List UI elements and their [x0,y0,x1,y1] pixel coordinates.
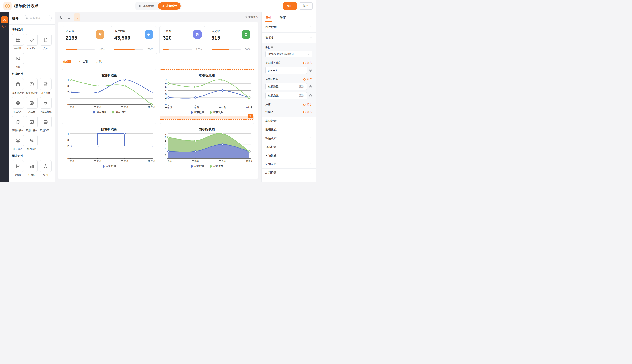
stat-progress: 40% [66,48,104,51]
settings-tab[interactable]: 基础 [265,16,271,22]
component-label: Tabs组件 [27,47,37,50]
add-sort-button[interactable]: 添加 [303,103,312,106]
tab-form-design[interactable]: 表单设计 [158,2,181,10]
settings-tabs: 基础操作 [262,12,316,22]
chart-card[interactable]: 阶梯折线图01234一年级二年级三年级四年级献花数量 [62,123,156,170]
image-icon [16,56,21,61]
chart-card[interactable]: 普通折线图01234一年级二年级三年级四年级献花数量献花次数 [62,69,156,116]
device-tablet-button[interactable] [66,13,72,21]
settings-row[interactable]: 图表设置 [262,126,316,134]
chart-type-tab[interactable]: 其他 [96,58,102,66]
component-card [12,134,24,146]
component-item[interactable]: 日期选择框 [26,116,38,132]
svg-text:5: 5 [165,86,167,88]
component-item[interactable]: 饼图 [40,160,52,176]
component-item[interactable]: 下拉选择框 [40,97,52,113]
svg-text:0: 0 [67,157,69,160]
add-category-field-button[interactable]: 添加 [303,61,312,65]
add-value-field-button[interactable]: 添加 [303,78,312,81]
component-item[interactable]: 单选组件 [12,97,24,113]
chart-tabs: 折线图柱状图其他 [62,58,254,66]
device-desktop-button[interactable] [74,13,80,21]
dataset-config-block: 数据集 OrangeTest / 课程统计 类别轴 / 维度 添加 grade_… [262,43,316,117]
svg-text:一年级: 一年级 [67,160,74,163]
settings-row[interactable]: 基础设置 [262,117,316,126]
bulb-icon [98,32,103,37]
legend-item[interactable]: 献花数量 [93,110,107,114]
component-card [40,97,52,109]
chart-card[interactable]: 面积折线图01234567一年级二年级三年级四年级献花数量献花次数 [160,123,254,170]
device-mobile-button[interactable] [58,13,64,21]
save-button[interactable]: 保存 [283,2,297,10]
svg-text:1: 1 [165,100,167,103]
settings-row[interactable]: X 轴设置 [262,151,316,160]
pie-chart-icon [43,164,48,169]
dataset-section-row[interactable]: 数据集 [262,32,316,43]
component-item[interactable]: Tabs组件 [26,34,38,50]
component-data-label: 组件数据 [265,26,277,29]
sidebar-title: 组件 [12,16,19,20]
component-item[interactable]: 开关组件 [40,78,52,94]
remove-field-button[interactable] [309,94,312,98]
add-filter-button[interactable]: 添加 [303,110,312,114]
settings-row[interactable]: 标签设置 [262,134,316,143]
settings-tab[interactable]: 操作 [280,16,286,22]
component-item[interactable]: 基础块 [12,34,24,50]
reset-form-button[interactable]: 重置表单 [244,16,258,19]
chart-title: 阶梯折线图 [64,127,155,132]
component-card [26,160,38,172]
stat-progress: 20% [163,48,202,51]
svg-text:5: 5 [165,140,166,142]
chart-type-tab[interactable]: 柱状图 [79,58,88,66]
stat-card[interactable]: 卡片标题43,566¥70% [111,26,157,54]
axis-field-box[interactable]: 献花数量累加 [265,83,307,90]
legend-item[interactable]: 献花数量 [190,111,204,114]
component-item[interactable]: 复选框 [26,97,38,113]
component-item[interactable]: 用户选择 [12,134,24,151]
legend-item[interactable]: 献花次数 [209,164,223,168]
legend-item[interactable]: 献花数量 [190,164,204,168]
component-item[interactable]: 级联选择框 [12,116,24,132]
chart-title: 面积折线图 [161,127,252,132]
component-item[interactable]: 折线图 [12,160,24,176]
component-item[interactable]: 数字输入框 [26,78,38,94]
remove-field-button[interactable] [309,85,312,88]
axis-field-box[interactable]: grade_id [265,67,307,74]
remove-field-button[interactable] [309,69,312,72]
stat-progress: 70% [114,48,153,51]
tab-basic-info[interactable]: 基础信息 [136,2,158,10]
stat-card[interactable]: 访问数216540% [62,26,108,54]
back-button[interactable]: 返回 [299,2,312,10]
component-item[interactable]: 部门选择 [26,134,38,151]
filter-label: 过滤器 [265,110,273,114]
legend-item[interactable]: 献花次数 [209,111,223,114]
chart-type-tab[interactable]: 折线图 [62,58,71,66]
stat-card[interactable]: 成交数31560% [208,26,254,54]
stat-card[interactable]: 下载数32020% [159,26,205,54]
component-item[interactable]: 日期范围... [40,116,52,132]
settings-row-label: 标签设置 [265,136,277,140]
dataset-select[interactable]: OrangeTest / 课程统计 [265,51,312,57]
progress-track [163,48,192,50]
component-item[interactable]: 柱状图 [26,160,38,176]
legend-item[interactable]: 献花数量 [102,164,116,168]
settings-row[interactable]: Y 轴设置 [262,160,316,169]
component-data-row[interactable]: 组件数据 [262,22,316,32]
legend-label: 献花次数 [213,111,223,114]
rail-components-button[interactable] [1,16,8,23]
add-circle-icon [303,62,306,64]
chevron-right-icon [310,128,312,131]
component-item[interactable]: 文本输入框 [12,78,24,94]
legend-label: 献花数量 [194,111,204,114]
settings-row[interactable]: 标题设置 [262,169,316,177]
delete-chart-button[interactable] [248,114,252,118]
device-switcher [58,13,80,21]
legend-label: 献花次数 [116,110,126,114]
component-item[interactable]: 图片 [12,53,24,69]
component-label: 部门选择 [27,148,37,151]
legend-item[interactable]: 献花次数 [112,110,126,114]
axis-field-box[interactable]: 献花次数累加 [265,92,307,99]
settings-row[interactable]: 提示设置 [262,143,316,151]
chart-card[interactable]: 堆叠折线图01234567一年级二年级三年级四年级献花数量献花次数 [160,69,254,120]
component-item[interactable]: 文本 [40,34,52,50]
